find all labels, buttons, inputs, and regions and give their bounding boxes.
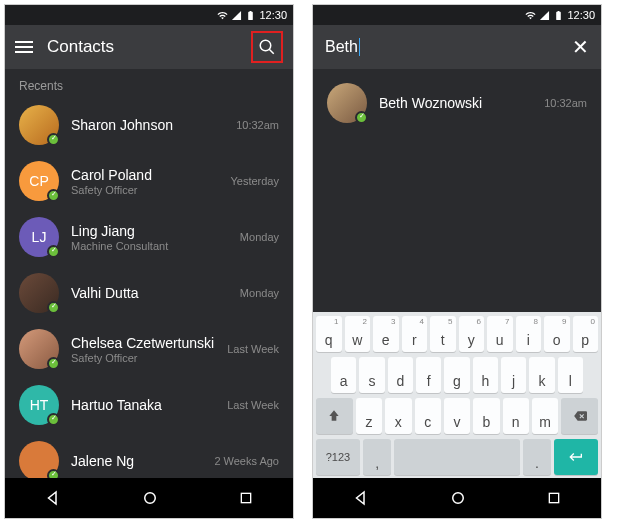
contact-subtitle: Machine Consultant xyxy=(71,240,240,252)
mode-key[interactable]: ?123 xyxy=(316,439,360,475)
contact-row[interactable]: Valhi DuttaMonday xyxy=(5,265,293,321)
avatar: LJ xyxy=(19,217,59,257)
contact-name: Jalene Ng xyxy=(71,453,214,469)
key-f[interactable]: f xyxy=(416,357,441,393)
key-n[interactable]: n xyxy=(503,398,529,434)
key-l[interactable]: l xyxy=(558,357,583,393)
back-icon[interactable] xyxy=(44,489,62,507)
contact-info: Sharon Johnson xyxy=(71,117,236,133)
contact-time: Monday xyxy=(240,231,279,243)
recents-icon[interactable] xyxy=(546,490,562,506)
search-button[interactable] xyxy=(251,31,283,63)
svg-line-1 xyxy=(269,49,274,54)
avatar xyxy=(19,273,59,313)
key-q[interactable]: q1 xyxy=(316,316,342,352)
key-r[interactable]: r4 xyxy=(402,316,428,352)
contact-row[interactable]: HTHartuo TanakaLast Week xyxy=(5,377,293,433)
battery-icon xyxy=(553,10,564,21)
result-info: Beth Woznowski xyxy=(379,95,544,111)
key-g[interactable]: g xyxy=(444,357,469,393)
contact-time: Yesterday xyxy=(230,175,279,187)
clock: 12:30 xyxy=(567,9,595,21)
key-t[interactable]: t5 xyxy=(430,316,456,352)
search-input[interactable]: Beth xyxy=(325,38,360,57)
key-c[interactable]: c xyxy=(415,398,441,434)
recents-icon[interactable] xyxy=(238,490,254,506)
avatar xyxy=(19,441,59,478)
menu-icon[interactable] xyxy=(15,41,33,53)
contact-row[interactable]: Jalene Ng2 Weeks Ago xyxy=(5,433,293,478)
avatar xyxy=(327,83,367,123)
signal-icon xyxy=(539,10,550,21)
shift-icon xyxy=(327,409,341,423)
key-b[interactable]: b xyxy=(473,398,499,434)
period-key[interactable]: . xyxy=(523,439,551,475)
contact-time: 10:32am xyxy=(236,119,279,131)
statusbar: 12:30 xyxy=(5,5,293,25)
contact-info: Carol PolandSafety Officer xyxy=(71,167,230,196)
key-v[interactable]: v xyxy=(444,398,470,434)
key-w[interactable]: w2 xyxy=(345,316,371,352)
svg-point-2 xyxy=(145,493,156,504)
search-results: Beth Woznowski10:32am xyxy=(313,69,601,312)
key-u[interactable]: u7 xyxy=(487,316,513,352)
home-icon[interactable] xyxy=(141,489,159,507)
backspace-icon xyxy=(571,409,589,423)
key-x[interactable]: x xyxy=(385,398,411,434)
contact-time: 2 Weeks Ago xyxy=(214,455,279,467)
key-e[interactable]: e3 xyxy=(373,316,399,352)
result-row[interactable]: Beth Woznowski10:32am xyxy=(313,75,601,131)
contact-row[interactable]: Sharon Johnson10:32am xyxy=(5,97,293,153)
contact-info: Jalene Ng xyxy=(71,453,214,469)
wifi-icon xyxy=(217,10,228,21)
back-icon[interactable] xyxy=(352,489,370,507)
result-time: 10:32am xyxy=(544,97,587,109)
soft-keyboard: q1w2e3r4t5y6u7i8o9p0 asdfghjkl zxcvbnm ?… xyxy=(313,312,601,478)
contact-name: Ling Jiang xyxy=(71,223,240,239)
avatar xyxy=(19,329,59,369)
contact-time: Monday xyxy=(240,287,279,299)
android-navbar xyxy=(5,478,293,518)
contact-info: Valhi Dutta xyxy=(71,285,240,301)
key-y[interactable]: y6 xyxy=(459,316,485,352)
key-i[interactable]: i8 xyxy=(516,316,542,352)
key-p[interactable]: p0 xyxy=(573,316,599,352)
avatar: HT xyxy=(19,385,59,425)
contact-name: Valhi Dutta xyxy=(71,285,240,301)
key-a[interactable]: a xyxy=(331,357,356,393)
svg-rect-5 xyxy=(549,493,558,502)
close-icon[interactable]: ✕ xyxy=(572,35,589,59)
key-j[interactable]: j xyxy=(501,357,526,393)
key-d[interactable]: d xyxy=(388,357,413,393)
page-title: Contacts xyxy=(47,37,251,57)
presence-icon xyxy=(47,469,60,478)
contact-name: Sharon Johnson xyxy=(71,117,236,133)
contact-row[interactable]: CPCarol PolandSafety OfficerYesterday xyxy=(5,153,293,209)
key-m[interactable]: m xyxy=(532,398,558,434)
enter-key[interactable] xyxy=(554,439,598,475)
contact-name: Carol Poland xyxy=(71,167,230,183)
section-recents: Recents xyxy=(5,69,293,97)
enter-icon xyxy=(568,449,584,465)
presence-icon xyxy=(47,301,60,314)
shift-key[interactable] xyxy=(316,398,353,434)
home-icon[interactable] xyxy=(449,489,467,507)
contact-subtitle: Safety Officer xyxy=(71,352,227,364)
backspace-key[interactable] xyxy=(561,398,598,434)
key-z[interactable]: z xyxy=(356,398,382,434)
space-key[interactable] xyxy=(394,439,520,475)
svg-point-0 xyxy=(260,40,271,51)
contact-name: Hartuo Tanaka xyxy=(71,397,227,413)
contact-info: Ling JiangMachine Consultant xyxy=(71,223,240,252)
comma-key[interactable]: , xyxy=(363,439,391,475)
key-k[interactable]: k xyxy=(529,357,554,393)
key-o[interactable]: o9 xyxy=(544,316,570,352)
contact-row[interactable]: LJLing JiangMachine ConsultantMonday xyxy=(5,209,293,265)
contact-info: Hartuo Tanaka xyxy=(71,397,227,413)
presence-icon xyxy=(47,357,60,370)
key-s[interactable]: s xyxy=(359,357,384,393)
contact-row[interactable]: Chelsea CzetwertunskiSafety OfficerLast … xyxy=(5,321,293,377)
contact-time: Last Week xyxy=(227,343,279,355)
presence-icon xyxy=(47,245,60,258)
key-h[interactable]: h xyxy=(473,357,498,393)
